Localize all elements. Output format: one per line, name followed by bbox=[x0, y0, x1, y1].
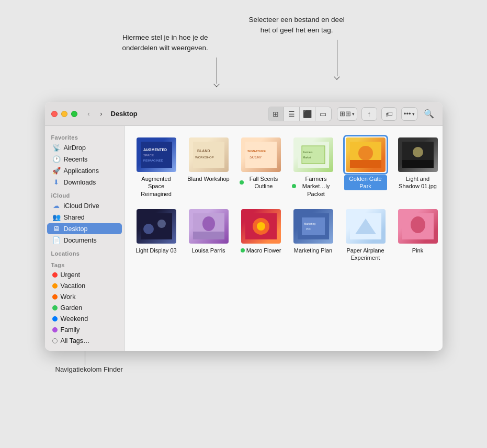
svg-text:SIGNATURE: SIGNATURE bbox=[247, 150, 266, 153]
search-button[interactable]: 🔍 bbox=[422, 107, 436, 121]
view-mode-group: ⊞ ☰ ⬛ ▭ bbox=[268, 107, 332, 121]
file-label-fall: Fall Scents Outline bbox=[245, 175, 282, 190]
svg-text:PDF: PDF bbox=[306, 227, 311, 231]
window-title: Desktop bbox=[111, 110, 138, 118]
group-icon: ⊞⊞ bbox=[339, 110, 351, 118]
label-wrapper-light03: Light Display 03 bbox=[135, 247, 176, 254]
more-button[interactable]: ••• ▾ bbox=[401, 107, 417, 121]
file-fall[interactable]: SIGNATURESCENT Fall Scents Outline bbox=[237, 134, 285, 200]
sidebar-item-desktop[interactable]: 🖥 Desktop bbox=[47, 223, 122, 234]
file-light-shadow[interactable]: Light and Shadow 01.jpg bbox=[394, 134, 441, 200]
garden-dot bbox=[52, 305, 58, 311]
svg-rect-28 bbox=[193, 232, 224, 239]
minimize-button[interactable] bbox=[61, 111, 67, 117]
group-dropdown[interactable]: ⊞⊞ ▾ bbox=[337, 107, 357, 121]
sidebar-item-shared[interactable]: 👥 Shared bbox=[47, 212, 122, 223]
sidebar-label-recents: Recents bbox=[64, 156, 88, 163]
sidebar-label-icloud-drive: iCloud Drive bbox=[64, 202, 99, 210]
sidebar-label-airdrop: AirDrop bbox=[64, 144, 86, 152]
forward-button[interactable]: › bbox=[96, 109, 107, 119]
thumb-wrapper-louisa bbox=[188, 208, 230, 245]
fall-tag-dot bbox=[240, 180, 244, 185]
file-label-marketing: Marketing Plan bbox=[294, 247, 332, 254]
file-louisa[interactable]: Louisa Parris bbox=[185, 206, 232, 264]
sidebar-label-weekend: Weekend bbox=[61, 315, 88, 323]
traffic-lights bbox=[51, 111, 77, 117]
file-paper[interactable]: Paper Airplane Experiment bbox=[342, 206, 389, 264]
thumb-wrapper-fall: SIGNATURESCENT bbox=[240, 136, 282, 173]
family-dot bbox=[52, 327, 58, 332]
sidebar-item-recents[interactable]: 🕐 Recents bbox=[47, 154, 122, 165]
label-wrapper-bland: Bland Workshop bbox=[187, 175, 230, 182]
shared-icon: 👥 bbox=[52, 213, 61, 221]
thumb-macro bbox=[241, 209, 281, 244]
thumb-wrapper-marketing: MarketingPDF bbox=[292, 208, 334, 245]
sidebar-item-applications[interactable]: 🚀 Applications bbox=[47, 165, 122, 176]
sidebar-label-all-tags: All Tags… bbox=[61, 337, 90, 344]
thumb-wrapper-light03 bbox=[135, 208, 177, 245]
sidebar-item-downloads[interactable]: ⬇ Downloads bbox=[47, 177, 122, 188]
file-label-louisa: Louisa Parris bbox=[191, 247, 225, 254]
file-label-pink: Pink bbox=[412, 247, 423, 254]
file-pink[interactable]: Pink bbox=[394, 206, 441, 264]
view-column-btn[interactable]: ⬛ bbox=[300, 107, 315, 121]
sidebar-item-family[interactable]: Family bbox=[47, 325, 122, 335]
icloud-drive-icon: ☁ bbox=[52, 202, 61, 210]
documents-icon: 📄 bbox=[52, 236, 61, 244]
callout-top-left: Hiermee stel je in hoe je deonderdelen w… bbox=[122, 32, 208, 53]
more-arrow: ▾ bbox=[412, 111, 415, 117]
macro-tag-dot bbox=[241, 248, 245, 252]
sidebar-item-urgent[interactable]: Urgent bbox=[47, 270, 122, 280]
work-dot bbox=[52, 294, 58, 300]
file-augmented[interactable]: AUGMENTEDSPACEREIMAGINED Augmented Space… bbox=[133, 134, 180, 200]
tags-header: Tags bbox=[45, 258, 124, 269]
file-farmers[interactable]: FarmersMarket Farmers Market…ly Packet bbox=[290, 134, 337, 200]
bottom-label: Navigatiekolom Finder bbox=[55, 365, 123, 373]
svg-point-38 bbox=[411, 216, 425, 233]
sidebar-label-documents: Documents bbox=[64, 237, 97, 244]
svg-point-15 bbox=[358, 146, 373, 160]
view-list-btn[interactable]: ☰ bbox=[284, 107, 300, 121]
file-area: AUGMENTEDSPACEREIMAGINED Augmented Space… bbox=[124, 126, 443, 351]
view-gallery-btn[interactable]: ▭ bbox=[315, 107, 331, 121]
file-macro[interactable]: Macro Flower bbox=[237, 206, 285, 264]
thumb-light03 bbox=[137, 209, 176, 244]
thumb-wrapper-augmented: AUGMENTEDSPACEREIMAGINED bbox=[135, 136, 177, 173]
thumb-augmented: AUGMENTEDSPACEREIMAGINED bbox=[137, 137, 176, 172]
tag-button[interactable]: 🏷 bbox=[381, 107, 397, 121]
file-label-light-shadow: Light and Shadow 01.jpg bbox=[397, 175, 439, 190]
sidebar-item-airdrop[interactable]: 📡 AirDrop bbox=[47, 142, 122, 153]
svg-text:SCENT: SCENT bbox=[250, 155, 262, 159]
sidebar-item-vacation[interactable]: Vacation bbox=[47, 281, 122, 291]
sidebar-item-work[interactable]: Work bbox=[47, 292, 122, 302]
sidebar-item-garden[interactable]: Garden bbox=[47, 303, 122, 313]
label-wrapper-louisa: Louisa Parris bbox=[191, 247, 225, 254]
share-button[interactable]: ↑ bbox=[361, 107, 377, 121]
view-icon-btn[interactable]: ⊞ bbox=[268, 107, 284, 121]
maximize-button[interactable] bbox=[71, 111, 77, 117]
thumb-bland: BLANDWORKSHOP bbox=[189, 137, 229, 172]
sidebar-item-icloud-drive[interactable]: ☁ iCloud Drive bbox=[47, 200, 122, 211]
sidebar-label-applications: Applications bbox=[64, 167, 99, 175]
svg-text:Market: Market bbox=[303, 156, 311, 159]
sidebar-item-all-tags[interactable]: All Tags… bbox=[47, 336, 122, 346]
label-wrapper-paper: Paper Airplane Experiment bbox=[344, 247, 387, 262]
sidebar-item-documents[interactable]: 📄 Documents bbox=[47, 235, 122, 246]
svg-text:REIMAGINED: REIMAGINED bbox=[143, 159, 164, 162]
svg-rect-4 bbox=[193, 142, 224, 168]
file-bland[interactable]: BLANDWORKSHOP Bland Workshop bbox=[185, 134, 232, 200]
file-label-light03: Light Display 03 bbox=[135, 247, 176, 254]
dropdown-arrow: ▾ bbox=[352, 111, 355, 117]
icloud-header: iCloud bbox=[45, 188, 124, 200]
bottom-line bbox=[85, 351, 85, 365]
thumb-wrapper-paper bbox=[345, 208, 387, 245]
back-button[interactable]: ‹ bbox=[84, 109, 94, 119]
sidebar-item-weekend[interactable]: Weekend bbox=[47, 314, 122, 324]
close-button[interactable] bbox=[51, 111, 58, 117]
file-light03[interactable]: Light Display 03 bbox=[133, 206, 180, 264]
svg-point-25 bbox=[157, 220, 166, 228]
thumb-pink bbox=[398, 209, 438, 244]
thumb-marketing: MarketingPDF bbox=[293, 209, 333, 244]
file-golden[interactable]: Golden Gate Park bbox=[342, 134, 389, 200]
file-marketing[interactable]: MarketingPDF Marketing Plan bbox=[290, 206, 337, 264]
